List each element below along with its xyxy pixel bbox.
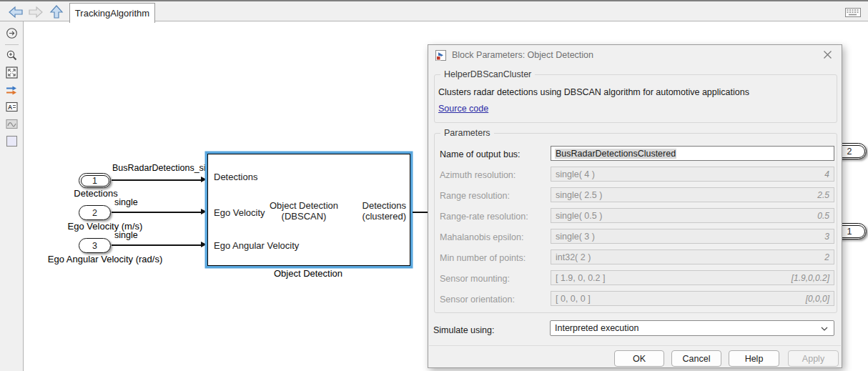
- source-code-link[interactable]: Source code: [438, 104, 488, 114]
- inport-number: 3: [92, 241, 97, 251]
- parameters-legend: Parameters: [440, 128, 494, 138]
- ok-button[interactable]: OK: [614, 350, 664, 367]
- simulate-using-label: Simulate using:: [433, 325, 494, 335]
- dialog-titlebar[interactable]: Block Parameters: Object Detection: [428, 45, 842, 65]
- resolved-value: 0.5: [817, 211, 829, 221]
- canvas-palette: A: [0, 21, 24, 371]
- svg-text:A: A: [8, 104, 12, 111]
- help-button[interactable]: Help: [729, 350, 779, 367]
- signal-label: BusRadarDetections_single: [112, 163, 222, 173]
- param-label: Min number of points:: [440, 253, 526, 263]
- annotation-button[interactable]: A: [6, 101, 18, 113]
- azimuth-resolution-field: single( 4 ) 4: [551, 167, 834, 182]
- mahalanobis-epsilon-field: single( 3 ) 3: [551, 229, 834, 244]
- resolved-value: 3: [824, 232, 829, 242]
- block-input-port-label: Detections: [214, 172, 257, 182]
- output-bus-name-input[interactable]: BusRadarDetectionsClustered: [551, 146, 834, 161]
- simulink-window: TrackingAlgorithm: [0, 0, 868, 371]
- navigation-toolbar: TrackingAlgorithm: [0, 1, 868, 21]
- resolved-value: 2.5: [817, 190, 829, 200]
- hide-browser-button[interactable]: [6, 27, 18, 39]
- parameters-groupbox: Parameters Name of output bus: BusRadarD…: [434, 133, 837, 313]
- keyboard-shortcuts-button[interactable]: [845, 7, 861, 20]
- forward-button[interactable]: [27, 5, 46, 19]
- button-bar-divider: [429, 345, 841, 346]
- block-caption: Object Detection: [274, 268, 342, 279]
- outport-number: 2: [847, 147, 852, 157]
- inport-block-3[interactable]: 3: [79, 238, 111, 253]
- signal-line[interactable]: [112, 244, 202, 246]
- zoom-in-icon: [6, 49, 18, 61]
- block-description: Clusters radar detections using DBSCAN a…: [438, 87, 749, 97]
- signal-image-icon: [6, 118, 18, 130]
- annotation-icon: A: [6, 101, 18, 113]
- sensor-orientation-field: [ 0, 0, 0 ] [0,0,0]: [551, 291, 834, 306]
- param-label: Sensor mounting:: [440, 274, 510, 284]
- param-label: Name of output bus:: [440, 149, 521, 159]
- viewport-box-icon: [6, 135, 18, 147]
- inport-number: 2: [92, 208, 97, 218]
- param-label: Azimuth resolution:: [440, 170, 516, 180]
- apply-button: Apply: [788, 350, 839, 367]
- signal-line[interactable]: [112, 212, 202, 213]
- inport-name-label: Ego Angular Velocity (rad/s): [48, 254, 162, 264]
- param-label: Range-rate resolution:: [440, 212, 528, 222]
- arrowhead-icon: [201, 242, 207, 247]
- block-input-port-label: Ego Angular Velocity: [214, 240, 299, 251]
- back-button[interactable]: [7, 5, 26, 19]
- helper-groupbox: HelperDBScanCluster Clusters radar detec…: [434, 74, 837, 123]
- fit-to-view-button[interactable]: [6, 66, 18, 79]
- object-detection-block[interactable]: Detections Ego Velocity Ego Angular Velo…: [207, 154, 410, 266]
- palette-separator: [5, 44, 19, 45]
- image-capture-button[interactable]: [6, 118, 18, 130]
- cancel-button[interactable]: Cancel: [671, 350, 721, 367]
- resolved-value: [0,0,0]: [806, 294, 829, 304]
- back-arrow-icon: [7, 5, 24, 19]
- resolved-value: 4: [824, 169, 829, 179]
- signal-line[interactable]: [112, 179, 202, 181]
- param-label: Range resolution:: [440, 191, 510, 201]
- dropdown-value: Interpreted execution: [555, 323, 638, 333]
- close-button[interactable]: [823, 50, 833, 60]
- block-output-port-label: Detections (clustered): [363, 200, 406, 222]
- resolved-value: 2: [824, 252, 829, 262]
- inport-block-1[interactable]: 1: [79, 173, 111, 188]
- signal-label: single: [114, 230, 138, 240]
- block-parameters-icon: [435, 50, 446, 61]
- dual-arrows-icon: [6, 84, 18, 97]
- chevron-down-icon: [821, 327, 828, 331]
- min-points-field: int32( 2 ) 2: [551, 249, 834, 264]
- param-label: Sensor orientation:: [440, 295, 515, 305]
- close-icon: [823, 50, 832, 59]
- arrowhead-icon: [201, 177, 207, 182]
- range-rate-resolution-field: single( 0.5 ) 0.5: [551, 208, 834, 223]
- inport-block-2[interactable]: 2: [79, 205, 111, 220]
- dialog-title: Block Parameters: Object Detection: [452, 50, 593, 60]
- viewport-button[interactable]: [6, 135, 18, 147]
- zoom-tool-button[interactable]: [6, 49, 18, 61]
- arrowhead-icon: [201, 209, 207, 214]
- up-arrow-icon: [49, 4, 64, 20]
- fit-to-view-icon: [6, 66, 18, 79]
- up-to-parent-button[interactable]: [49, 4, 67, 19]
- simulate-using-dropdown[interactable]: Interpreted execution: [550, 320, 834, 336]
- explorer-toggle-icon: [6, 27, 18, 39]
- resolved-value: [1.9,0,0.2]: [791, 273, 829, 283]
- param-label: Mahalanobis epsilon:: [440, 232, 523, 242]
- keyboard-icon: [845, 8, 861, 17]
- helper-legend: HelperDBScanCluster: [440, 69, 535, 79]
- selected-text: BusRadarDetectionsClustered: [555, 149, 676, 159]
- model-tab[interactable]: TrackingAlgorithm: [69, 3, 155, 23]
- outport-number: 1: [847, 227, 852, 237]
- bus-ring: [81, 175, 109, 187]
- inport-name-label: Detections: [74, 188, 117, 199]
- block-parameters-dialog: Block Parameters: Object Detection Helpe…: [428, 44, 842, 368]
- model-tab-label: TrackingAlgorithm: [75, 8, 149, 19]
- forward-arrow-icon: [27, 5, 44, 19]
- sensor-mounting-field: [ 1.9, 0, 0.2 ] [1.9,0,0.2]: [551, 270, 834, 285]
- signal-label: single: [114, 197, 138, 207]
- range-resolution-field: single( 2.5 ) 2.5: [551, 187, 834, 202]
- update-diagram-button[interactable]: [6, 84, 18, 97]
